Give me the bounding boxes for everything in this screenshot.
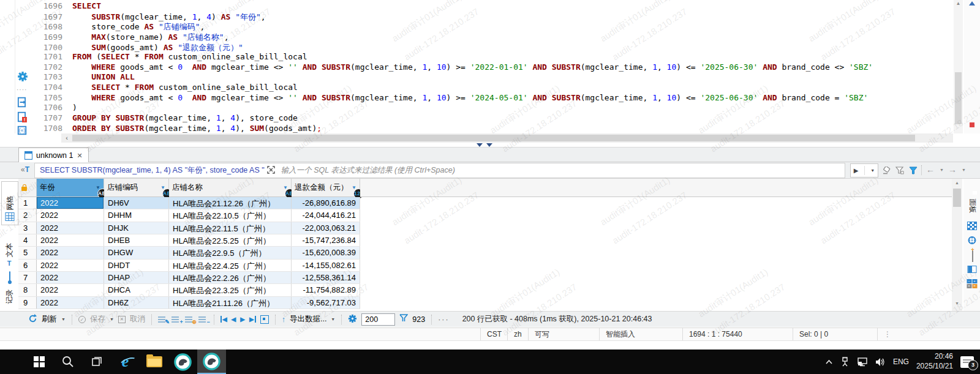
table-row[interactable]: 52022DHGWHLA唯品会22.9.5（广州）-15,620,008.39 [18,247,360,259]
previous-row-icon[interactable]: ◀ [232,316,236,323]
insert-mode-indicator[interactable]: 智能插入 [599,328,682,340]
row-number[interactable]: 5 [18,247,37,258]
last-row-icon[interactable]: ▶ [249,316,256,323]
overview-ruler[interactable] [964,0,980,133]
first-row-icon[interactable]: ◀ [221,316,227,323]
row-header-corner[interactable] [18,179,37,197]
code-line[interactable]: 1696SELECT [34,1,873,12]
table-cell[interactable]: 2022 [37,284,104,296]
language-indicator[interactable]: zh [507,328,528,340]
scrollbar-thumb[interactable] [72,135,915,141]
view-tab-grid[interactable]: 网格 [1,181,18,225]
close-icon[interactable]: ✕ [77,152,82,160]
table-cell[interactable]: DHCA [104,284,169,296]
refresh-icon[interactable] [28,314,37,325]
row-number[interactable]: 3 [18,222,37,234]
apply-filter-button[interactable]: ▶ ▼ [850,163,878,178]
table-cell[interactable]: 2022 [37,222,104,234]
table-cell[interactable]: 2022 [37,234,104,246]
export-data-button[interactable]: 导出数据... [290,314,326,324]
scroll-left-icon[interactable]: ‹ [62,133,71,143]
close-icon[interactable]: × [967,284,971,288]
table-row[interactable]: 72022DHAPHLA唯品会22.2.26（广州）-12,558,361.14 [18,272,360,284]
column-header-store-name[interactable]: ABC 店铺名称 ▼ [169,179,292,197]
refresh-button[interactable]: 刷新 [42,314,57,324]
table-cell[interactable]: DHDT [104,260,169,271]
table-cell[interactable]: HLA唯品会22.3.25（广州） [169,284,292,296]
scroll-up-icon[interactable]: ▲ [952,181,962,185]
table-cell[interactable]: -22,003,063.21 [292,222,360,234]
edit-value-icon[interactable]: ✎ [158,316,167,323]
script-output-icon[interactable] [17,97,28,108]
table-row[interactable]: 92022DH6ZHLA唯品会21.11.26（广州）-9,562,717.03 [18,297,360,309]
speaker-icon[interactable] [875,357,886,367]
more-dots-icon[interactable]: ⋮ [877,328,894,340]
cancel-button[interactable]: 取消 [130,314,145,324]
scrollbar-thumb[interactable] [955,72,962,124]
table-cell[interactable]: -11,754,882.89 [292,284,360,296]
timezone-indicator[interactable]: CST [480,328,507,340]
error-marker-icon[interactable] [970,122,974,127]
row-number[interactable]: 7 [18,272,37,283]
minus-icon[interactable]: − [967,279,971,283]
table-cell[interactable]: DHGW [104,247,169,258]
table-row[interactable]: 12022DH6VHLA唯品会21.12.26（广州）-26,890,616.8… [18,197,360,209]
column-header-store-code[interactable]: ABC 店铺编码 ▼ [104,179,169,197]
table-cell[interactable]: -15,747,236.84 [292,234,360,246]
forward-icon[interactable]: → [948,165,957,174]
table-cell[interactable]: 2022 [37,272,104,283]
chevron-down-icon[interactable]: ▼ [61,317,66,321]
selection-info[interactable]: Sel: 0 | 0 [793,328,877,340]
table-cell[interactable]: -15,620,008.39 [292,247,360,258]
script-variables-icon[interactable]: («) [17,125,28,137]
row-number[interactable]: 4 [18,234,37,246]
table-cell[interactable]: DH6Z [104,297,169,309]
search-button[interactable] [53,350,82,374]
code-line[interactable]: 1701FROM (SELECT * FROM custom_online_sa… [34,52,873,62]
table-cell[interactable]: -24,044,416.21 [292,209,360,221]
writable-indicator[interactable]: 可写 [528,328,599,340]
network-icon[interactable] [857,357,868,367]
caret-position[interactable]: 1694 : 1 : 75440 [682,328,793,340]
code-line[interactable]: 1699 MAX(store_name) AS "店铺名称", [34,32,873,42]
settings-gear-icon[interactable] [348,314,357,325]
table-cell[interactable]: -9,562,717.03 [292,297,360,309]
table-cell[interactable]: 2022 [37,260,104,271]
code-line[interactable]: 1704 SELECT * FROM custom_online_sale_bi… [34,83,873,93]
code-line[interactable]: 1697 SUBSTR(mgclear_time, 1, 4) AS "年份", [34,12,873,22]
table-cell[interactable]: -26,890,616.89 [292,197,360,209]
table-row[interactable]: 32022DHJKHLA唯品会22.11.5（广州）-22,003,063.21 [18,222,360,234]
code-line[interactable]: 1708ORDER BY SUBSTR(mgclear_time, 1, 4),… [34,124,873,134]
result-grid[interactable]: 12022DH6VHLA唯品会21.12.26（广州）-26,890,616.8… [18,197,360,309]
table-cell[interactable]: 2022 [37,247,104,258]
chevron-down-icon[interactable]: ▼ [940,168,944,172]
grid-vertical-scrollbar[interactable]: ▲ ▼ [952,179,962,311]
layout-panel-icon[interactable] [967,266,976,273]
row-number[interactable]: 9 [18,297,37,309]
row-number[interactable]: 6 [18,260,37,271]
filter-icon[interactable] [909,166,918,177]
table-cell[interactable]: DHJK [104,222,169,234]
start-button[interactable] [24,350,53,374]
column-header-year[interactable]: ABC 年份 ▼ [37,179,104,197]
duplicate-row-icon[interactable]: ⊕ [185,316,194,323]
more-icon[interactable]: ··· [438,315,450,324]
scroll-up-icon[interactable]: ▲ [954,1,963,6]
metadata-icon[interactable] [968,236,976,244]
table-cell[interactable]: 2022 [37,209,104,221]
code-area[interactable]: 1696SELECT1697 SUBSTR(mgclear_time, 1, 4… [34,1,873,133]
more-dots-icon[interactable]: ···· [17,86,27,93]
code-line[interactable]: 1698 store_code AS "店铺编码", [34,21,873,32]
expand-icon[interactable] [267,165,275,176]
add-row-icon[interactable]: + [172,316,181,323]
code-line[interactable]: 1700 SUM(goods_amt) AS "退款金额（元）" [34,42,873,53]
code-line[interactable]: 1707GROUP BY SUBSTR(mgclear_time, 1, 4),… [34,113,873,124]
fetch-page-icon[interactable] [260,315,269,324]
table-cell[interactable]: DH6V [104,197,169,209]
chevron-down-icon[interactable]: ▼ [110,317,114,321]
value-viewer-icon[interactable] [967,222,977,230]
scroll-down-icon[interactable]: ▼ [952,301,962,305]
action-center-icon[interactable]: 3 [960,356,974,368]
row-number[interactable]: 1 [18,197,37,209]
table-cell[interactable]: -14,155,082.61 [292,260,360,271]
